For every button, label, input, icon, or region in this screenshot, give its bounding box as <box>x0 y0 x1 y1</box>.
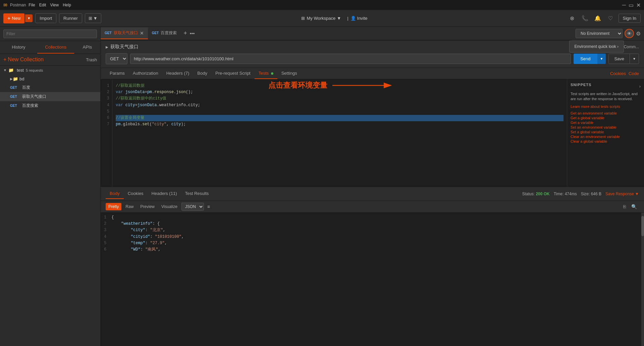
postman-logo-icon: ✉ <box>3 2 7 8</box>
format-visualize-button[interactable]: Visualize <box>159 203 180 210</box>
new-dropdown-button[interactable]: ▼ <box>25 14 33 22</box>
snippet-set-global[interactable]: Set a global variable <box>571 130 641 134</box>
snippet-get-variable[interactable]: Get a variable <box>571 121 641 125</box>
json-viewer[interactable]: 1{ 2 "weatherinfo": { 3 "city": "北京", 4 … <box>101 213 641 346</box>
tab-params[interactable]: Params <box>106 68 129 79</box>
chevron-right-icon: › <box>617 44 619 49</box>
method-select[interactable]: GET <box>106 53 127 64</box>
tabs-more-button[interactable]: ••• <box>190 31 195 36</box>
tab-settings[interactable]: Settings <box>277 68 301 79</box>
json-line-2: 2 "weatherinfo": { <box>104 221 638 227</box>
folder-icon: 📁 <box>8 68 14 73</box>
tab-prerequest[interactable]: Pre-request Script <box>211 68 255 79</box>
format-raw-button[interactable]: Raw <box>123 203 136 210</box>
url-bar: GET Send ▼ Save ▼ <box>106 53 639 64</box>
send-button-group: Send ▼ <box>574 54 606 64</box>
format-type-select[interactable]: JSON <box>181 203 204 211</box>
chevron-down-icon: ▼ <box>635 192 639 196</box>
tab-headers[interactable]: Headers (7) <box>162 68 194 79</box>
folder-bd[interactable]: ▶ 📁 bd <box>0 75 100 83</box>
runner-button[interactable]: Runner <box>59 13 82 23</box>
collection-count: 5 requests <box>26 68 43 72</box>
response-format-bar: Pretty Raw Preview Visualize JSON ≡ ⎘ 🔍 <box>101 201 644 213</box>
menu-edit[interactable]: Edit <box>39 3 46 7</box>
main-layout: History Collections APIs + New Collectio… <box>0 27 644 346</box>
person-icon: 👤 <box>351 16 356 21</box>
tab-apis[interactable]: APIs <box>74 41 100 54</box>
close-icon[interactable]: ✕ <box>636 2 641 8</box>
heart-icon-button[interactable]: ♡ <box>606 14 615 23</box>
cookies-link[interactable]: Cookies <box>610 71 626 76</box>
sidebar: History Collections APIs + New Collectio… <box>0 27 101 346</box>
code-link[interactable]: Code <box>629 71 639 76</box>
tab-body[interactable]: Body <box>193 68 211 79</box>
resp-tab-test-results[interactable]: Test Results <box>181 189 213 199</box>
menu-view[interactable]: View <box>50 3 59 7</box>
workspace-button[interactable]: My Workspace ▼ <box>307 16 341 21</box>
tab-history[interactable]: History <box>0 41 37 54</box>
snippet-clear-env[interactable]: Clear an environment variable <box>571 135 641 139</box>
code-editor[interactable]: //获取返回数据 var jsonData=pm.response.json()… <box>112 79 567 187</box>
request-item-weather[interactable]: GET 获取天气接口 <box>0 92 100 101</box>
scrollbar-thumb[interactable] <box>641 216 644 236</box>
filter-input[interactable] <box>3 29 97 38</box>
tab-baidu-search[interactable]: GET 百度搜索 <box>148 27 181 39</box>
environment-settings-icon[interactable]: ⚙ <box>636 30 641 37</box>
copy-icon[interactable]: ⎘ <box>621 203 628 211</box>
format-preview-button[interactable]: Preview <box>138 203 157 210</box>
snippet-set-env[interactable]: Set an environment variable <box>571 125 641 129</box>
tab-collections[interactable]: Collections <box>37 41 74 54</box>
maximize-icon[interactable]: ▭ <box>629 2 634 8</box>
save-response-button[interactable]: Save Response ▼ <box>605 192 639 196</box>
trash-button[interactable]: Trash <box>86 57 97 62</box>
request-item-baidu-search[interactable]: GET 百度搜索 <box>0 101 100 110</box>
new-collection-button[interactable]: + New Collection <box>3 57 44 63</box>
tab-weather-api[interactable]: GET 获取天气接口 ✕ <box>101 27 148 39</box>
sidebar-tabs: History Collections APIs <box>0 41 100 54</box>
status-value: 200 OK <box>536 192 549 196</box>
layout-button[interactable]: ⊞ ▼ <box>85 13 101 23</box>
expand-icon[interactable]: › <box>639 84 641 89</box>
invite-button[interactable]: 👤 Invite <box>351 16 368 21</box>
send-dropdown-button[interactable]: ▼ <box>597 54 606 64</box>
minimize-icon[interactable]: ─ <box>622 2 626 8</box>
tab-tests[interactable]: Tests <box>255 68 277 79</box>
phone-icon-button[interactable]: 📞 <box>580 14 590 23</box>
scrollbar[interactable] <box>641 213 644 346</box>
format-pretty-button[interactable]: Pretty <box>106 203 121 210</box>
close-icon[interactable]: ✕ <box>140 30 144 36</box>
add-tab-button[interactable]: + <box>181 30 190 37</box>
tab-authorization[interactable]: Authorization <box>129 68 162 79</box>
collection-header[interactable]: ▼ 📁 test 5 requests <box>0 66 100 75</box>
environment-quick-look-button[interactable]: 👁 <box>625 29 634 38</box>
url-input[interactable] <box>130 54 571 64</box>
menu-file[interactable]: File <box>29 3 35 7</box>
save-dropdown-button[interactable]: ▼ <box>630 54 639 64</box>
resp-tab-headers[interactable]: Headers (11) <box>148 189 181 199</box>
grid-icon: ⊞ <box>89 16 92 21</box>
snippet-get-global[interactable]: Get a global variable <box>571 116 641 120</box>
menu-help[interactable]: Help <box>63 3 71 7</box>
response-section: Body Cookies Headers (11) Test Results <box>101 187 644 346</box>
new-button[interactable]: + New <box>3 13 24 23</box>
request-item-baidu[interactable]: GET 百度 <box>0 83 100 92</box>
tab-label: 获取天气接口 <box>114 30 138 36</box>
resp-tab-cookies[interactable]: Cookies <box>124 189 148 199</box>
json-line-3: 3 "city": "北京", <box>104 227 638 233</box>
snippet-clear-global[interactable]: Clear a global variable <box>571 139 641 143</box>
environment-dropdown[interactable]: No Environment <box>576 29 623 38</box>
import-button[interactable]: Import <box>35 13 56 23</box>
bell-icon-button[interactable]: 🔔 <box>593 14 602 23</box>
format-icon[interactable]: ≡ <box>205 203 212 211</box>
send-button[interactable]: Send <box>574 54 597 64</box>
environment-area: No Environment 👁 ⚙ Environment quick loo… <box>572 27 644 40</box>
save-button[interactable]: Save <box>608 54 630 64</box>
size-label: Size: 646 B <box>581 192 601 196</box>
search-icon[interactable]: 🔍 <box>629 203 639 211</box>
radar-icon-button[interactable]: ⊗ <box>568 14 577 23</box>
signin-button[interactable]: Sign In <box>619 14 641 23</box>
line-num: 3 <box>103 95 109 102</box>
snippet-get-env[interactable]: Get an environment variable <box>571 111 641 115</box>
resp-tab-body[interactable]: Body <box>106 189 124 199</box>
snippet-learn-link[interactable]: Learn more about tests scripts <box>571 105 641 109</box>
